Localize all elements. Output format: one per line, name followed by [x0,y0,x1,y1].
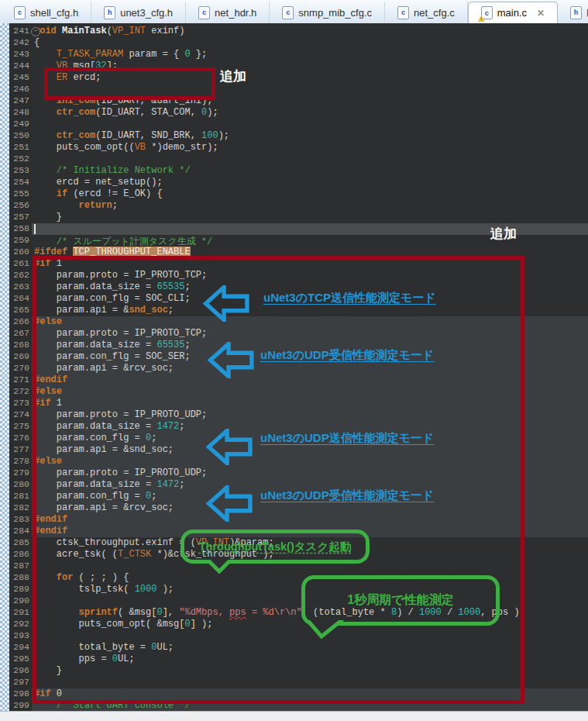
code-line-291[interactable]: sprintf( &msg[0], "%dMbps, pps = %d\r\n"… [32,607,588,619]
line-number-288[interactable]: 288 [9,572,31,584]
tab-DDR_CYCLO[interactable]: hDDR_CYCLO [558,2,588,23]
code-line-276[interactable]: param.con_flg = 0; [32,433,588,444]
line-number-263[interactable]: 263 [9,281,31,293]
line-number-262[interactable]: 262 [9,270,31,281]
code-line-266[interactable]: #else [32,316,588,328]
code-line-251[interactable]: puts_com_opt((VB *)demo_str); [32,142,588,154]
code-line-274[interactable]: param.proto = IP_PROTO_UDP; [32,409,588,421]
code-line-267[interactable]: param.proto = IP_PROTO_TCP; [32,328,588,340]
line-number-268[interactable]: 268 [9,340,31,351]
code-line-257[interactable]: } [32,212,588,223]
code-line-243[interactable]: T_TASK_PARAM param = { 0 }; [32,49,588,60]
line-number-267[interactable]: 267 [9,328,31,340]
line-number-252[interactable]: 252 [9,154,31,165]
code-line-284[interactable]: #endif [32,526,588,537]
line-number-253[interactable]: 253 [9,165,31,177]
line-number-247[interactable]: 247 [9,95,31,107]
line-number-287[interactable]: 287 [9,561,31,572]
code-line-244[interactable]: VB msg[32]; [32,60,588,72]
line-number-275[interactable]: 275 [9,421,31,433]
code-line-256[interactable]: return; [32,200,588,212]
code-line-264[interactable]: param.con_flg = SOC_CLI; [32,293,588,305]
code-line-293[interactable] [32,630,588,642]
line-number-296[interactable]: 296 [9,665,31,677]
code-line-281[interactable]: param.con_flg = 0; [32,491,588,502]
code-line-263[interactable]: param.data_size = 65535; [32,281,588,293]
code-line-241[interactable]: void MainTask(VP_INT exinf) [32,26,588,37]
tab-shell_cfg.h[interactable]: cshell_cfg.h [2,2,91,23]
line-number-279[interactable]: 279 [9,467,31,479]
line-number-282[interactable]: 282 [9,502,31,514]
line-number-245[interactable]: 245 [9,72,31,84]
code-line-265[interactable]: param.api = &snd_soc; [32,305,588,316]
code-line-260[interactable]: #ifdef TCP_THROUGHPUT_ENABLE [32,247,588,258]
line-number-265[interactable]: 265 [9,305,31,316]
code-line-277[interactable]: param.api = &snd_soc; [32,444,588,456]
code-line-250[interactable]: ctr_com(ID_UART, SND_BRK, 100); [32,130,588,142]
code-line-242[interactable]: { [32,37,588,49]
line-number-291[interactable]: 291 [9,607,31,619]
line-number-272[interactable]: 272 [9,386,31,398]
line-number-246[interactable]: 246 [9,84,31,95]
line-number-289[interactable]: 289 [9,584,31,595]
line-number-243[interactable]: 243 [9,49,31,60]
line-number-250[interactable]: 250 [9,130,31,142]
line-number-259[interactable]: 259 [9,235,31,247]
fold-collapse-icon[interactable]: − [31,27,40,36]
code-line-279[interactable]: param.proto = IP_PROTO_UDP; [32,467,588,479]
code-line-246[interactable] [32,84,588,95]
code-line-258[interactable] [32,223,588,235]
code-line-259[interactable]: /* スループット計測タスク生成 */ [32,235,588,247]
line-number-281[interactable]: 281 [9,491,31,502]
code-line-270[interactable]: param.api = &rcv_soc; [32,363,588,374]
code-line-269[interactable]: param.con_flg = SOC_SER; [32,351,588,363]
tab-unet3_cfg.h[interactable]: hunet3_cfg.h [91,2,186,23]
code-line-261[interactable]: #if 1 [32,258,588,270]
line-number-258[interactable]: 258 [9,223,31,235]
line-number-292[interactable]: 292 [9,619,31,630]
line-number-264[interactable]: 264 [9,293,31,305]
code-line-294[interactable]: total_byte = 0UL; [32,642,588,654]
code-line-290[interactable] [32,595,588,607]
code-line-285[interactable]: ctsk_throughput.exinf = (VP_INT)&param; [32,537,588,549]
code-line-280[interactable]: param.data_size = 1472; [32,479,588,491]
line-number-242[interactable]: 242 [9,37,31,49]
code-line-247[interactable]: ini_com(ID_UART, &uart_ini); [32,95,588,107]
line-number-278[interactable]: 278 [9,456,31,467]
line-number-248[interactable]: 248 [9,107,31,119]
line-number-299[interactable]: 299 [9,700,31,712]
tab-snmp_mib_cfg.c[interactable]: csnmp_mib_cfg.c [270,2,385,23]
code-line-288[interactable]: for ( ; ; ) { [32,572,588,584]
line-number-257[interactable]: 257 [9,212,31,223]
code-line-255[interactable]: if (ercd != E_OK) { [32,188,588,200]
code-line-287[interactable] [32,561,588,572]
code-line-298[interactable]: #if 0 [32,688,588,700]
line-number-286[interactable]: 286 [9,549,31,561]
line-number-260[interactable]: 260 [9,247,31,258]
line-number-284[interactable]: 284 [9,526,31,537]
code-line-292[interactable]: puts_com_opt( &msg[0] ); [32,619,588,630]
code-line-286[interactable]: acre_tsk( (T_CTSK *)&ctsk_throughput ); [32,549,588,561]
code-line-273[interactable]: #if 1 [32,398,588,409]
tab-net_hdr.h[interactable]: cnet_hdr.h [186,2,270,23]
code-line-283[interactable]: #endif [32,514,588,526]
line-number-254[interactable]: 254 [9,177,31,188]
code-line-272[interactable]: #else [32,386,588,398]
line-number-273[interactable]: 273 [9,398,31,409]
tab-net_cfg.c[interactable]: cnet_cfg.c [385,2,468,23]
code-line-296[interactable]: } [32,665,588,677]
code-line-248[interactable]: ctr_com(ID_UART, STA_COM, 0); [32,107,588,119]
close-tab-icon[interactable]: ✕ [537,8,545,19]
tab-main.c[interactable]: c!main.c✕ [468,2,558,23]
line-number-271[interactable]: 271 [9,374,31,386]
line-number-298[interactable]: 298 [9,688,31,700]
code-area[interactable]: void MainTask(VP_INT exinf){ T_TASK_PARA… [32,23,588,712]
line-number-280[interactable]: 280 [9,479,31,491]
code-line-253[interactable]: /* Initialize Network */ [32,165,588,177]
line-number-244[interactable]: 244 [9,60,31,72]
code-line-289[interactable]: tslp_tsk( 1000 ); [32,584,588,595]
code-line-268[interactable]: param.data_size = 65535; [32,340,588,351]
code-line-299[interactable]: /* Start UART console */ [32,700,588,712]
line-number-261[interactable]: 261 [9,258,31,270]
code-line-262[interactable]: param.proto = IP_PROTO_TCP; [32,270,588,281]
